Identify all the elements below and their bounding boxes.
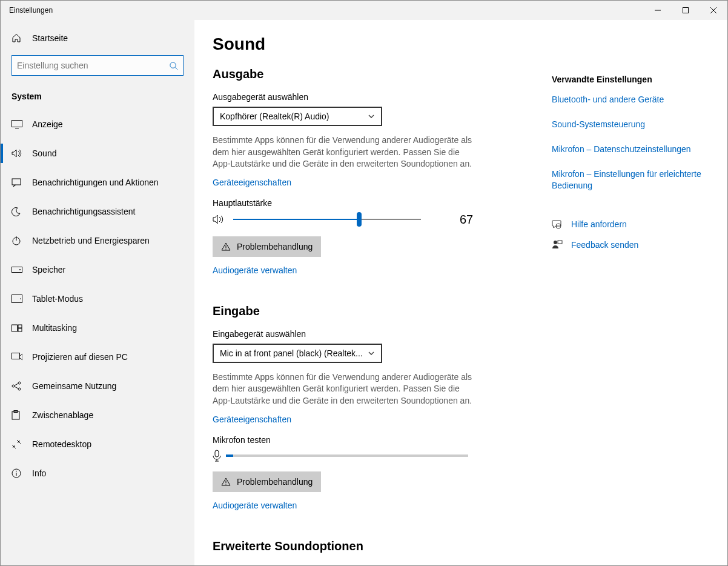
svg-point-21 bbox=[18, 388, 21, 390]
input-device-label: Eingabegerät auswählen bbox=[213, 329, 540, 339]
sidebar-item-display[interactable]: Anzeige bbox=[1, 110, 194, 139]
get-help-link[interactable]: Hilfe anfordern bbox=[571, 219, 627, 229]
tablet-icon bbox=[12, 295, 26, 303]
page-title: Sound bbox=[213, 35, 540, 54]
svg-rect-18 bbox=[12, 353, 20, 359]
power-icon bbox=[12, 236, 26, 245]
multitasking-icon bbox=[12, 324, 26, 332]
window-title: Einstellungen bbox=[1, 6, 644, 15]
display-icon bbox=[12, 120, 26, 128]
sidebar-item-power[interactable]: Netzbetrieb und Energiesparen bbox=[1, 226, 194, 255]
speaker-icon bbox=[213, 214, 225, 225]
storage-icon bbox=[12, 267, 26, 273]
svg-rect-17 bbox=[18, 328, 22, 331]
input-device-value: Mic in at front panel (black) (Realtek..… bbox=[220, 348, 363, 358]
related-link-bluetooth[interactable]: Bluetooth- und andere Geräte bbox=[552, 94, 709, 105]
output-device-properties-link[interactable]: Geräteeigenschaften bbox=[213, 178, 291, 187]
sidebar-item-remote[interactable]: Remotedesktop bbox=[1, 430, 194, 459]
search-icon bbox=[169, 61, 178, 70]
sound-icon bbox=[12, 148, 26, 158]
input-device-dropdown[interactable]: Mic in at front panel (black) (Realtek..… bbox=[213, 344, 382, 363]
master-volume-label: Hauptlautstärke bbox=[213, 198, 540, 208]
sidebar-item-storage[interactable]: Speicher bbox=[1, 255, 194, 284]
sidebar-item-about[interactable]: Info bbox=[1, 459, 194, 488]
minimize-button[interactable] bbox=[644, 1, 672, 20]
sidebar-item-label: Gemeinsame Nutzung bbox=[32, 381, 116, 391]
clipboard-icon bbox=[12, 410, 26, 420]
sidebar-item-label: Anzeige bbox=[32, 119, 63, 129]
home-label: Startseite bbox=[32, 33, 68, 43]
output-description: Bestimmte Apps können für die Verwendung… bbox=[213, 135, 479, 170]
close-button[interactable] bbox=[700, 1, 727, 20]
shared-icon bbox=[12, 381, 26, 391]
sidebar-item-label: Benachrichtigungsassistent bbox=[32, 207, 135, 216]
mic-level-bar bbox=[226, 454, 468, 457]
svg-line-23 bbox=[15, 387, 18, 388]
sidebar-item-multitasking[interactable]: Multitasking bbox=[1, 313, 194, 342]
output-troubleshoot-label: Problembehandlung bbox=[237, 242, 313, 251]
search-input[interactable] bbox=[17, 61, 169, 70]
window-controls bbox=[644, 1, 727, 20]
sidebar-item-clipboard[interactable]: Zwischenablage bbox=[1, 401, 194, 430]
input-manage-link[interactable]: Audiogeräte verwalten bbox=[213, 501, 297, 510]
output-manage-link[interactable]: Audiogeräte verwalten bbox=[213, 265, 297, 275]
sidebar-item-label: Zwischenablage bbox=[32, 410, 93, 420]
output-section-title: Ausgabe bbox=[213, 67, 540, 81]
output-device-value: Kopfhörer (Realtek(R) Audio) bbox=[220, 112, 329, 121]
sidebar-item-label: Multitasking bbox=[32, 323, 77, 333]
output-device-label: Ausgabegerät auswählen bbox=[213, 92, 540, 102]
svg-point-19 bbox=[12, 385, 15, 387]
sidebar-item-label: Projizieren auf diesen PC bbox=[32, 352, 128, 362]
svg-rect-38 bbox=[558, 241, 562, 244]
related-panel: Verwandte Einstellungen Bluetooth- und a… bbox=[552, 32, 709, 565]
svg-point-35 bbox=[225, 484, 226, 484]
svg-rect-31 bbox=[215, 450, 219, 457]
input-section-title: Eingabe bbox=[213, 304, 540, 318]
related-link-mic-privacy[interactable]: Mikrofon – Datenschutzeinstellungen bbox=[552, 144, 709, 155]
get-help-row[interactable]: Hilfe anfordern bbox=[552, 219, 709, 230]
svg-point-20 bbox=[18, 382, 21, 384]
svg-point-14 bbox=[20, 298, 21, 299]
sidebar-item-tablet[interactable]: Tablet-Modus bbox=[1, 284, 194, 313]
help-icon bbox=[552, 219, 563, 230]
input-device-properties-link[interactable]: Geräteeigenschaften bbox=[213, 415, 291, 424]
sidebar-item-shared[interactable]: Gemeinsame Nutzung bbox=[1, 371, 194, 401]
related-link-sound-control[interactable]: Sound-Systemsteuerung bbox=[552, 119, 709, 130]
sidebar-item-label: Netzbetrieb und Energiesparen bbox=[32, 236, 150, 245]
svg-point-27 bbox=[16, 471, 17, 472]
sidebar-item-focus-assist[interactable]: Benachrichtigungsassistent bbox=[1, 197, 194, 226]
sidebar-item-label: Sound bbox=[32, 148, 56, 158]
maximize-button[interactable] bbox=[672, 1, 700, 20]
home-link[interactable]: Startseite bbox=[1, 28, 194, 48]
sidebar-item-label: Info bbox=[32, 468, 46, 478]
svg-rect-6 bbox=[12, 121, 22, 127]
feedback-row[interactable]: Feedback senden bbox=[552, 239, 709, 250]
volume-value: 67 bbox=[460, 213, 473, 227]
input-troubleshoot-label: Problembehandlung bbox=[237, 477, 313, 487]
remote-icon bbox=[12, 439, 26, 449]
sidebar-item-sound[interactable]: Sound bbox=[1, 139, 194, 168]
svg-rect-1 bbox=[683, 8, 689, 13]
titlebar: Einstellungen bbox=[1, 1, 727, 20]
warning-icon bbox=[221, 478, 231, 486]
feedback-link[interactable]: Feedback senden bbox=[571, 240, 638, 250]
search-box[interactable] bbox=[12, 55, 184, 76]
microphone-icon bbox=[213, 450, 221, 462]
svg-line-22 bbox=[15, 384, 18, 385]
sidebar-item-label: Remotedesktop bbox=[32, 439, 91, 449]
svg-line-5 bbox=[175, 67, 177, 70]
notifications-icon bbox=[12, 178, 26, 187]
input-troubleshoot-button[interactable]: Problembehandlung bbox=[213, 471, 321, 492]
svg-point-4 bbox=[170, 62, 176, 67]
main-content: Sound Ausgabe Ausgabegerät auswählen Kop… bbox=[194, 20, 727, 565]
svg-rect-8 bbox=[12, 179, 21, 185]
svg-rect-15 bbox=[12, 325, 18, 331]
output-troubleshoot-button[interactable]: Problembehandlung bbox=[213, 236, 321, 257]
output-device-dropdown[interactable]: Kopfhörer (Realtek(R) Audio) bbox=[213, 107, 382, 126]
sidebar-item-projecting[interactable]: Projizieren auf diesen PC bbox=[1, 342, 194, 371]
volume-slider[interactable] bbox=[233, 213, 421, 225]
related-link-mic-ease[interactable]: Mikrofon – Einstellungen für erleichtert… bbox=[552, 168, 709, 191]
sidebar-item-label: Speicher bbox=[32, 265, 65, 275]
sidebar-item-notifications[interactable]: Benachrichtigungen und Aktionen bbox=[1, 168, 194, 197]
feedback-icon bbox=[552, 239, 563, 250]
